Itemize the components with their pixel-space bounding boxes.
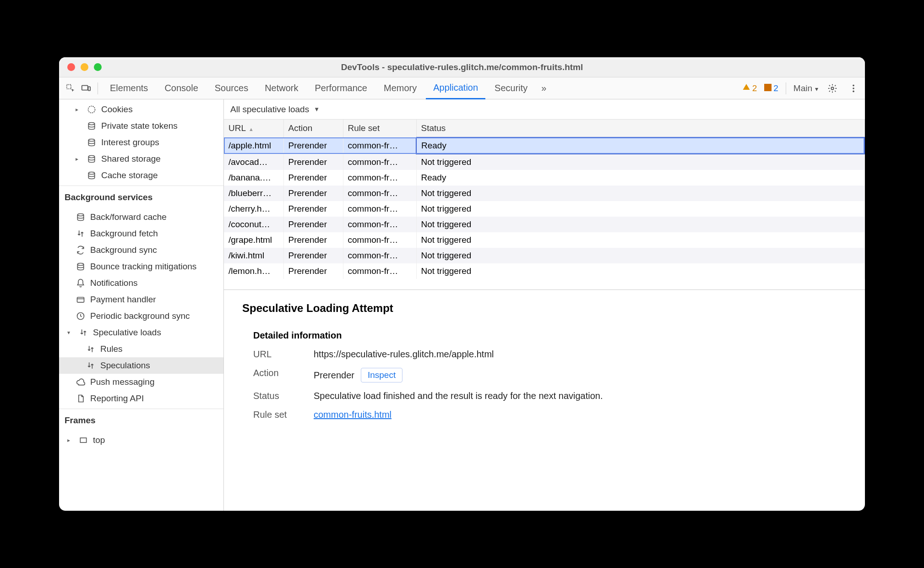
- table-row[interactable]: /grape.htmlPrerendercommon-fr…Not trigge…: [224, 232, 864, 248]
- svg-point-9: [88, 123, 94, 125]
- sidebar-item-label: Rules: [100, 344, 123, 354]
- column-header-url[interactable]: URL▲: [224, 120, 283, 137]
- close-window-button[interactable]: [67, 63, 75, 71]
- sidebar-item-private-state-tokens[interactable]: Private state tokens: [59, 118, 223, 134]
- cell-action: Prerender: [283, 217, 343, 232]
- cell-ruleset: common-fr…: [343, 232, 416, 248]
- sidebar-item-shared-storage[interactable]: ▸ Shared storage: [59, 151, 223, 167]
- sidebar-item-label: Interest groups: [101, 137, 159, 147]
- table-row[interactable]: /blueberr…Prerendercommon-fr…Not trigger…: [224, 186, 864, 201]
- tabbar-right: 2 2 Main: [742, 82, 860, 95]
- cell-url: /cherry.h…: [224, 201, 283, 217]
- sidebar-item-speculations[interactable]: Speculations: [59, 357, 223, 374]
- issue-icon: [764, 83, 772, 93]
- minimize-window-button[interactable]: [81, 63, 88, 71]
- table-row[interactable]: /coconut…Prerendercommon-fr…Not triggere…: [224, 217, 864, 232]
- table-row[interactable]: /kiwi.htmlPrerendercommon-fr…Not trigger…: [224, 248, 864, 263]
- panel-tab-security[interactable]: Security: [487, 77, 535, 99]
- content-area: All speculative loads ▼ URL▲ Action Rule…: [224, 99, 865, 511]
- table-row[interactable]: /cherry.h…Prerendercommon-fr…Not trigger…: [224, 201, 864, 217]
- warnings-indicator[interactable]: 2: [742, 83, 757, 93]
- detail-url-value: https://speculative-rules.glitch.me/appl…: [314, 349, 847, 360]
- sidebar-item-label: Back/forward cache: [90, 212, 167, 222]
- cell-status: Not triggered: [416, 248, 864, 263]
- svg-point-12: [88, 172, 94, 175]
- sidebar-item-label: Cookies: [101, 104, 133, 115]
- column-header-action[interactable]: Action: [283, 120, 343, 137]
- expander-icon: ▸: [76, 106, 82, 113]
- panel-tab-elements[interactable]: Elements: [103, 77, 155, 99]
- filter-dropdown[interactable]: All speculative loads ▼: [224, 99, 865, 120]
- swap-icon: [86, 344, 96, 354]
- sidebar-item-reporting-api[interactable]: Reporting API: [59, 390, 223, 407]
- cell-ruleset: common-fr…: [343, 186, 416, 201]
- sidebar-item-cookies[interactable]: ▸ Cookies: [59, 101, 223, 118]
- credit-card-icon: [76, 295, 86, 305]
- panel-tab-sources[interactable]: Sources: [207, 77, 255, 99]
- cell-ruleset: common-fr…: [343, 217, 416, 232]
- cookies-icon: [87, 104, 97, 115]
- sidebar-item-label: Bounce tracking mitigations: [90, 262, 196, 272]
- sidebar-item-bounce-tracking[interactable]: Bounce tracking mitigations: [59, 258, 223, 275]
- cell-url: /apple.html: [224, 137, 283, 154]
- warning-icon: [742, 83, 750, 93]
- settings-icon[interactable]: [826, 82, 839, 95]
- cell-status: Not triggered: [416, 186, 864, 201]
- svg-rect-17: [80, 438, 86, 442]
- sidebar-item-interest-groups[interactable]: Interest groups: [59, 134, 223, 151]
- detail-ruleset-label: Rule set: [253, 410, 304, 420]
- panel-tab-console[interactable]: Console: [157, 77, 205, 99]
- svg-point-10: [88, 139, 94, 142]
- database-icon: [87, 121, 97, 131]
- context-selector[interactable]: Main: [794, 83, 818, 93]
- detail-ruleset-link[interactable]: common-fruits.html: [314, 410, 391, 420]
- sidebar-item-label: Push messaging: [90, 377, 154, 387]
- panel-tab-performance[interactable]: Performance: [308, 77, 375, 99]
- issues-indicator[interactable]: 2: [764, 83, 778, 93]
- column-header-ruleset[interactable]: Rule set: [343, 120, 416, 137]
- expander-icon: ▾: [67, 329, 74, 336]
- sidebar-item-cache-storage[interactable]: Cache storage: [59, 167, 223, 184]
- sidebar-item-rules[interactable]: Rules: [59, 341, 223, 357]
- separator: [98, 82, 98, 94]
- sidebar-item-frame-top[interactable]: ▸ top: [59, 432, 223, 448]
- panel-tab-memory[interactable]: Memory: [376, 77, 424, 99]
- sidebar-item-notifications[interactable]: Notifications: [59, 275, 223, 291]
- sidebar-section-background-services: Background services: [59, 186, 223, 207]
- table-row[interactable]: /banana.…Prerendercommon-fr…Ready: [224, 170, 864, 186]
- sidebar-item-periodic-bg-sync[interactable]: Periodic background sync: [59, 308, 223, 324]
- more-panels-button[interactable]: »: [537, 77, 551, 99]
- cloud-icon: [76, 377, 86, 387]
- sidebar-item-payment-handler[interactable]: Payment handler: [59, 291, 223, 308]
- table-row[interactable]: /avocad…Prerendercommon-fr…Not triggered: [224, 154, 864, 170]
- svg-rect-15: [77, 297, 84, 302]
- sidebar-item-background-sync[interactable]: Background sync: [59, 242, 223, 258]
- database-icon: [76, 262, 86, 272]
- clock-icon: [76, 311, 86, 321]
- table-row[interactable]: /apple.htmlPrerendercommon-fr…Ready: [224, 137, 864, 154]
- column-header-status[interactable]: Status: [416, 120, 864, 137]
- sidebar-item-speculative-loads[interactable]: ▾ Speculative loads: [59, 324, 223, 341]
- cell-status: Not triggered: [416, 263, 864, 279]
- panel-tabbar: ElementsConsoleSourcesNetworkPerformance…: [59, 77, 865, 99]
- panel-tab-application[interactable]: Application: [426, 78, 485, 99]
- zoom-window-button[interactable]: [94, 63, 102, 71]
- expander-icon: ▸: [76, 156, 82, 162]
- speculations-table: URL▲ Action Rule set Status /apple.htmlP…: [224, 120, 865, 290]
- sidebar-item-back-forward-cache[interactable]: Back/forward cache: [59, 209, 223, 225]
- bell-icon: [76, 278, 86, 288]
- sidebar-item-label: Reporting API: [90, 393, 144, 404]
- panel-tab-network[interactable]: Network: [257, 77, 305, 99]
- warnings-count: 2: [752, 83, 757, 93]
- inspect-element-icon[interactable]: [64, 82, 77, 95]
- device-toolbar-icon[interactable]: [79, 82, 93, 95]
- svg-rect-0: [67, 84, 71, 88]
- titlebar: DevTools - speculative-rules.glitch.me/c…: [59, 57, 865, 77]
- sidebar-item-push-messaging[interactable]: Push messaging: [59, 374, 223, 390]
- table-row[interactable]: /lemon.h…Prerendercommon-fr…Not triggere…: [224, 263, 864, 279]
- sidebar-item-background-fetch[interactable]: Background fetch: [59, 225, 223, 242]
- inspect-button[interactable]: Inspect: [361, 368, 402, 382]
- sidebar-item-label: Background fetch: [90, 229, 158, 239]
- traffic-lights: [67, 63, 102, 71]
- more-menu-icon[interactable]: [847, 82, 860, 95]
